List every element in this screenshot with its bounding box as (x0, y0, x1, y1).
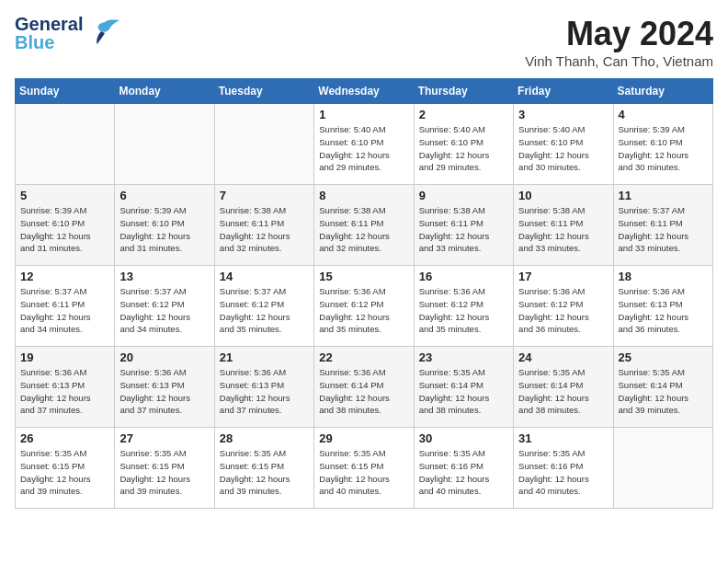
empty-cell (214, 104, 313, 185)
day-info: Sunrise: 5:39 AM Sunset: 6:10 PM Dayligh… (619, 123, 708, 174)
calendar-table: SundayMondayTuesdayWednesdayThursdayFrid… (15, 78, 713, 509)
calendar-week-row: 19Sunrise: 5:36 AM Sunset: 6:13 PM Dayli… (16, 347, 713, 428)
weekday-header-wednesday: Wednesday (314, 79, 414, 104)
day-number: 7 (220, 189, 309, 202)
calendar-day-cell: 27Sunrise: 5:35 AM Sunset: 6:15 PM Dayli… (115, 428, 214, 509)
calendar-day-cell: 13Sunrise: 5:37 AM Sunset: 6:12 PM Dayli… (115, 266, 214, 347)
day-number: 9 (419, 189, 508, 202)
calendar-day-cell: 12Sunrise: 5:37 AM Sunset: 6:11 PM Dayli… (16, 266, 115, 347)
day-number: 11 (619, 189, 708, 202)
calendar-day-cell: 7Sunrise: 5:38 AM Sunset: 6:11 PM Daylig… (214, 185, 313, 266)
calendar-week-row: 12Sunrise: 5:37 AM Sunset: 6:11 PM Dayli… (16, 266, 713, 347)
day-number: 5 (20, 189, 109, 202)
day-number: 24 (518, 350, 608, 364)
calendar-week-row: 26Sunrise: 5:35 AM Sunset: 6:15 PM Dayli… (16, 428, 713, 509)
calendar-day-cell: 1Sunrise: 5:40 AM Sunset: 6:10 PM Daylig… (314, 104, 414, 185)
day-info: Sunrise: 5:35 AM Sunset: 6:15 PM Dayligh… (319, 447, 408, 498)
day-number: 12 (20, 270, 109, 283)
calendar-day-cell: 31Sunrise: 5:35 AM Sunset: 6:16 PM Dayli… (514, 428, 613, 509)
calendar-day-cell: 9Sunrise: 5:38 AM Sunset: 6:11 PM Daylig… (414, 185, 513, 266)
day-info: Sunrise: 5:37 AM Sunset: 6:12 PM Dayligh… (220, 285, 309, 336)
day-info: Sunrise: 5:36 AM Sunset: 6:13 PM Dayligh… (220, 366, 309, 417)
month-year-title: May 2024 (525, 15, 713, 53)
day-number: 14 (220, 270, 309, 283)
weekday-header-sunday: Sunday (16, 79, 115, 104)
calendar-day-cell: 8Sunrise: 5:38 AM Sunset: 6:11 PM Daylig… (314, 185, 414, 266)
calendar-day-cell: 15Sunrise: 5:36 AM Sunset: 6:12 PM Dayli… (314, 266, 414, 347)
calendar-day-cell: 29Sunrise: 5:35 AM Sunset: 6:15 PM Dayli… (314, 428, 414, 509)
day-info: Sunrise: 5:35 AM Sunset: 6:14 PM Dayligh… (419, 366, 508, 417)
day-info: Sunrise: 5:40 AM Sunset: 6:10 PM Dayligh… (419, 123, 508, 174)
calendar-day-cell: 17Sunrise: 5:36 AM Sunset: 6:12 PM Dayli… (514, 266, 613, 347)
day-number: 13 (119, 270, 209, 283)
calendar-day-cell: 24Sunrise: 5:35 AM Sunset: 6:14 PM Dayli… (514, 347, 613, 428)
day-number: 18 (619, 270, 708, 283)
calendar-day-cell: 18Sunrise: 5:36 AM Sunset: 6:13 PM Dayli… (613, 266, 712, 347)
day-number: 30 (419, 431, 508, 445)
location-subtitle: Vinh Thanh, Can Tho, Vietnam (525, 53, 713, 69)
day-info: Sunrise: 5:38 AM Sunset: 6:11 PM Dayligh… (319, 204, 408, 255)
calendar-day-cell: 20Sunrise: 5:36 AM Sunset: 6:13 PM Dayli… (115, 347, 214, 428)
calendar-day-cell: 6Sunrise: 5:39 AM Sunset: 6:10 PM Daylig… (115, 185, 214, 266)
day-info: Sunrise: 5:37 AM Sunset: 6:12 PM Dayligh… (119, 285, 209, 336)
day-info: Sunrise: 5:35 AM Sunset: 6:15 PM Dayligh… (119, 447, 209, 498)
day-info: Sunrise: 5:39 AM Sunset: 6:10 PM Dayligh… (119, 204, 209, 255)
day-info: Sunrise: 5:37 AM Sunset: 6:11 PM Dayligh… (619, 204, 708, 255)
empty-cell (613, 428, 712, 509)
day-number: 1 (319, 108, 408, 121)
day-number: 31 (518, 431, 608, 445)
day-info: Sunrise: 5:35 AM Sunset: 6:16 PM Dayligh… (518, 447, 608, 498)
calendar-day-cell: 23Sunrise: 5:35 AM Sunset: 6:14 PM Dayli… (414, 347, 513, 428)
day-number: 21 (220, 350, 309, 364)
day-number: 29 (319, 431, 408, 445)
day-info: Sunrise: 5:37 AM Sunset: 6:11 PM Dayligh… (20, 285, 109, 336)
day-info: Sunrise: 5:35 AM Sunset: 6:15 PM Dayligh… (220, 447, 309, 498)
day-number: 25 (619, 350, 708, 364)
day-number: 2 (419, 108, 508, 121)
empty-cell (16, 104, 115, 185)
weekday-header-friday: Friday (514, 79, 613, 104)
weekday-header-saturday: Saturday (613, 79, 712, 104)
calendar-day-cell: 5Sunrise: 5:39 AM Sunset: 6:10 PM Daylig… (16, 185, 115, 266)
calendar-header-row: SundayMondayTuesdayWednesdayThursdayFrid… (16, 79, 713, 104)
day-info: Sunrise: 5:36 AM Sunset: 6:13 PM Dayligh… (20, 366, 109, 417)
day-info: Sunrise: 5:36 AM Sunset: 6:12 PM Dayligh… (419, 285, 508, 336)
day-number: 20 (119, 350, 209, 364)
calendar-week-row: 1Sunrise: 5:40 AM Sunset: 6:10 PM Daylig… (16, 104, 713, 185)
day-info: Sunrise: 5:35 AM Sunset: 6:14 PM Dayligh… (518, 366, 608, 417)
day-number: 4 (619, 108, 708, 121)
calendar-day-cell: 21Sunrise: 5:36 AM Sunset: 6:13 PM Dayli… (214, 347, 313, 428)
day-info: Sunrise: 5:36 AM Sunset: 6:13 PM Dayligh… (619, 285, 708, 336)
day-info: Sunrise: 5:40 AM Sunset: 6:10 PM Dayligh… (518, 123, 608, 174)
day-info: Sunrise: 5:38 AM Sunset: 6:11 PM Dayligh… (419, 204, 508, 255)
logo-general: General (15, 15, 83, 33)
calendar-day-cell: 30Sunrise: 5:35 AM Sunset: 6:16 PM Dayli… (414, 428, 513, 509)
calendar-day-cell: 11Sunrise: 5:37 AM Sunset: 6:11 PM Dayli… (613, 185, 712, 266)
day-number: 22 (319, 350, 408, 364)
calendar-day-cell: 2Sunrise: 5:40 AM Sunset: 6:10 PM Daylig… (414, 104, 513, 185)
calendar-day-cell: 22Sunrise: 5:36 AM Sunset: 6:14 PM Dayli… (314, 347, 414, 428)
weekday-header-monday: Monday (115, 79, 214, 104)
day-number: 16 (419, 270, 508, 283)
day-info: Sunrise: 5:35 AM Sunset: 6:15 PM Dayligh… (20, 447, 109, 498)
calendar-day-cell: 3Sunrise: 5:40 AM Sunset: 6:10 PM Daylig… (514, 104, 613, 185)
day-number: 10 (518, 189, 608, 202)
weekday-header-tuesday: Tuesday (214, 79, 313, 104)
day-number: 6 (119, 189, 209, 202)
calendar-day-cell: 19Sunrise: 5:36 AM Sunset: 6:13 PM Dayli… (16, 347, 115, 428)
logo-blue: Blue (15, 33, 83, 52)
logo: General Blue (15, 15, 121, 52)
day-info: Sunrise: 5:36 AM Sunset: 6:14 PM Dayligh… (319, 366, 408, 417)
day-info: Sunrise: 5:36 AM Sunset: 6:12 PM Dayligh… (518, 285, 608, 336)
day-info: Sunrise: 5:35 AM Sunset: 6:14 PM Dayligh… (619, 366, 708, 417)
day-number: 23 (419, 350, 508, 364)
page-header: General Blue May 2024 Vinh Thanh, Can Th… (15, 15, 713, 69)
day-number: 8 (319, 189, 408, 202)
day-info: Sunrise: 5:36 AM Sunset: 6:12 PM Dayligh… (319, 285, 408, 336)
calendar-day-cell: 4Sunrise: 5:39 AM Sunset: 6:10 PM Daylig… (613, 104, 712, 185)
day-number: 26 (20, 431, 109, 445)
calendar-day-cell: 10Sunrise: 5:38 AM Sunset: 6:11 PM Dayli… (514, 185, 613, 266)
day-info: Sunrise: 5:35 AM Sunset: 6:16 PM Dayligh… (419, 447, 508, 498)
day-number: 17 (518, 270, 608, 283)
day-info: Sunrise: 5:39 AM Sunset: 6:10 PM Dayligh… (20, 204, 109, 255)
